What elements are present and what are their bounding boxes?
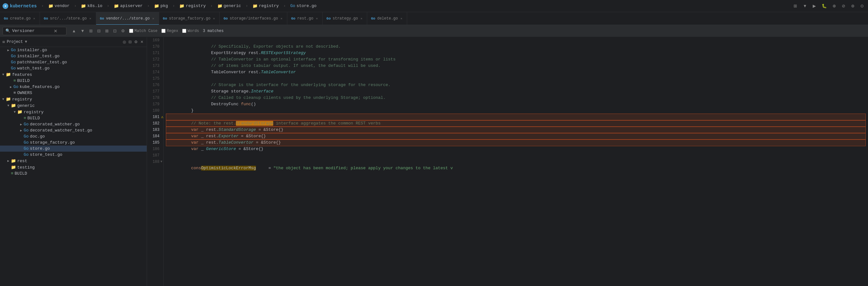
tree-item-decorated-watcher-test[interactable]: ▶ Go decorated_watcher_test.go bbox=[0, 127, 147, 134]
tab-create-go[interactable]: Go create.go ✕ bbox=[0, 12, 40, 25]
tree-item-generic[interactable]: ▼ 📁 generic bbox=[0, 103, 147, 109]
code-line-181: // Note: the rest.StandardStorage interf… bbox=[166, 114, 865, 120]
tab-storage-interfaces[interactable]: Go storage/interfaces.go ✕ bbox=[220, 12, 287, 25]
search-option-3[interactable]: ⊡ bbox=[112, 28, 118, 34]
tab-delete-go[interactable]: Go delete.go ✕ bbox=[367, 12, 407, 25]
breadcrumb-generic[interactable]: 📁 generic bbox=[217, 3, 241, 9]
tab-strategy-go[interactable]: Go strategy.go ✕ bbox=[323, 12, 367, 25]
search-find-all-button[interactable]: ⊞ bbox=[88, 28, 94, 34]
tab-storage-factory[interactable]: Go storage_factory.go ✕ bbox=[159, 12, 220, 25]
search-input[interactable] bbox=[12, 28, 51, 33]
search-prev-button[interactable]: ▲ bbox=[70, 28, 78, 34]
tree-label: kube_features.go bbox=[20, 84, 60, 89]
tree-item-owners[interactable]: ≡ OWNERS bbox=[0, 90, 147, 96]
tree-item-installer[interactable]: ▶ Go installer.go bbox=[0, 47, 147, 53]
go-icon: Go bbox=[11, 66, 16, 71]
search-option-2[interactable]: ⊠ bbox=[103, 28, 110, 34]
fold-icon-187[interactable]: ▼ bbox=[160, 159, 162, 165]
project-logo[interactable]: ⎈ kubernetes bbox=[3, 3, 37, 9]
tree-item-rest[interactable]: ▶ 📁 rest bbox=[0, 158, 147, 164]
toolbar-btn-2[interactable]: ▼ bbox=[801, 3, 809, 9]
tab-vendor-store-go[interactable]: Go vendor/.../store.go ✕ bbox=[96, 12, 159, 25]
toolbar-btn-4[interactable]: ⊘ bbox=[840, 3, 847, 9]
regex-checkbox[interactable] bbox=[161, 29, 165, 33]
code-line-176: Storage storage.Interface bbox=[166, 82, 865, 88]
close-tab-sf[interactable]: ✕ bbox=[212, 16, 215, 21]
breadcrumb-pkg[interactable]: 📁 pkg bbox=[154, 3, 168, 9]
close-tab-create[interactable]: ✕ bbox=[33, 16, 36, 21]
tree-item-watch[interactable]: Go watch_test.go bbox=[0, 65, 147, 72]
breadcrumb-apiserver[interactable]: 📁 apiserver bbox=[114, 3, 143, 9]
code-editor[interactable]: 169 170 171 172 173 174 175 176 177 178 … bbox=[147, 37, 868, 286]
sidebar-dropdown-icon: ▼ bbox=[25, 40, 27, 44]
code-line-179: } bbox=[166, 101, 865, 108]
code-line-175: // Storage is the interface for the unde… bbox=[166, 76, 865, 82]
search-next-button[interactable]: ▼ bbox=[79, 28, 86, 34]
breadcrumb-registry2[interactable]: 📁 registry bbox=[252, 3, 279, 9]
close-tab-vendor[interactable]: ✕ bbox=[152, 16, 155, 21]
close-tab-strategy[interactable]: ✕ bbox=[360, 16, 363, 21]
close-tab-si[interactable]: ✕ bbox=[280, 16, 283, 21]
tree-item-testing[interactable]: 📁 testing bbox=[0, 164, 147, 171]
sidebar-close-btn[interactable]: ✕ bbox=[140, 39, 144, 45]
toolbar-btn-6[interactable]: ⊙ bbox=[859, 3, 865, 9]
tree-item-registry-inner[interactable]: ▼ 📁 registry bbox=[0, 109, 147, 115]
tab-src-store-go[interactable]: Go src/.../store.go ✕ bbox=[40, 12, 96, 25]
toolbar-btn-1[interactable]: ⊞ bbox=[792, 3, 799, 9]
tree-item-build-final[interactable]: ≡ BUILD bbox=[0, 171, 147, 177]
run-btn[interactable]: ▶ bbox=[811, 3, 817, 9]
tree-item-build-reg[interactable]: ≡ BUILD bbox=[0, 115, 147, 121]
tree-label: rest bbox=[17, 159, 27, 164]
close-tab-delete[interactable]: ✕ bbox=[400, 16, 403, 21]
sidebar-locate-btn[interactable]: ◎ bbox=[122, 39, 127, 45]
breadcrumb-k8sio[interactable]: 📁 k8s.io bbox=[81, 3, 102, 9]
tree-item-store-test[interactable]: Go store_test.go bbox=[0, 152, 147, 158]
tree-label: OWNERS bbox=[17, 90, 32, 95]
tree-item-decorated-watcher[interactable]: ▶ Go decorated_watcher.go bbox=[0, 121, 147, 127]
debug-btn[interactable]: 🐛 bbox=[820, 3, 828, 9]
tree-item-installer-test[interactable]: Go installer_test.go bbox=[0, 53, 147, 59]
tree-item-kube-features[interactable]: ▶ Go kube_features.go bbox=[0, 84, 147, 90]
tree-item-build-features[interactable]: ≡ BUILD bbox=[0, 78, 147, 84]
tree-arrow: ▶ bbox=[19, 122, 23, 126]
tree-item-features[interactable]: ▼ 📁 features bbox=[0, 72, 147, 78]
kubernetes-icon: ⎈ bbox=[3, 3, 8, 9]
code-line-173: TableConvertor rest.TableConvertor bbox=[166, 63, 865, 69]
words-checkbox[interactable] bbox=[182, 29, 186, 33]
close-tab-rest[interactable]: ✕ bbox=[315, 16, 319, 21]
tree-arrow: ▶ bbox=[6, 48, 10, 52]
toolbar-btn-3[interactable]: ⊕ bbox=[831, 3, 838, 9]
tree-item-registry[interactable]: ▼ 📁 registry bbox=[0, 96, 147, 103]
breadcrumb-file[interactable]: Go store.go bbox=[290, 3, 316, 8]
search-option-1[interactable]: ⊟ bbox=[96, 28, 102, 34]
breadcrumb-vendor[interactable]: 📁 vendor bbox=[48, 3, 70, 9]
match-case-checkbox[interactable] bbox=[129, 29, 133, 33]
breadcrumb-sep-1: › bbox=[74, 3, 77, 8]
go-icon: Go bbox=[24, 146, 29, 151]
match-case-option[interactable]: Match Case bbox=[129, 29, 158, 33]
close-tab-src[interactable]: ✕ bbox=[89, 16, 92, 21]
line-num-184: 184 bbox=[150, 133, 159, 140]
tree-arrow: ▶ bbox=[19, 128, 23, 133]
tree-item-storage-factory[interactable]: Go storage_factory.go bbox=[0, 140, 147, 146]
tree-item-patchhandler[interactable]: Go patchhandler_test.go bbox=[0, 59, 147, 65]
toolbar-btn-5[interactable]: ⊛ bbox=[849, 3, 856, 9]
line-num-172: 172 bbox=[150, 56, 159, 63]
tab-rest-go[interactable]: Go rest.go ✕ bbox=[287, 12, 323, 25]
sidebar-title-area: ⊞ Project ▼ bbox=[3, 40, 27, 45]
words-option[interactable]: Words bbox=[182, 29, 199, 33]
search-input-wrapper: 🔍 ✕ bbox=[3, 27, 66, 35]
search-settings-button[interactable]: ⚙ bbox=[120, 28, 127, 34]
sidebar-collapse-btn[interactable]: ⊟ bbox=[128, 39, 132, 45]
tree-item-doc[interactable]: Go doc.go bbox=[0, 134, 147, 140]
code-line-183: var _ rest.Exporter = &Store{} bbox=[166, 127, 865, 133]
sidebar-title: Project bbox=[7, 40, 23, 44]
regex-option[interactable]: Regex bbox=[161, 29, 178, 33]
tree-label: installer_test.go bbox=[17, 54, 60, 59]
breadcrumb-registry[interactable]: 📁 registry bbox=[179, 3, 206, 9]
code-line-182: var _ rest.StandardStorage = &Store{} bbox=[166, 120, 865, 127]
code-line-170: ExportStrategy rest.RESTExportStrategy bbox=[166, 44, 865, 50]
tree-item-store[interactable]: Go store.go bbox=[0, 146, 147, 152]
clear-search-button[interactable]: ✕ bbox=[53, 28, 59, 34]
sidebar-settings-btn[interactable]: ⚙ bbox=[133, 39, 138, 45]
